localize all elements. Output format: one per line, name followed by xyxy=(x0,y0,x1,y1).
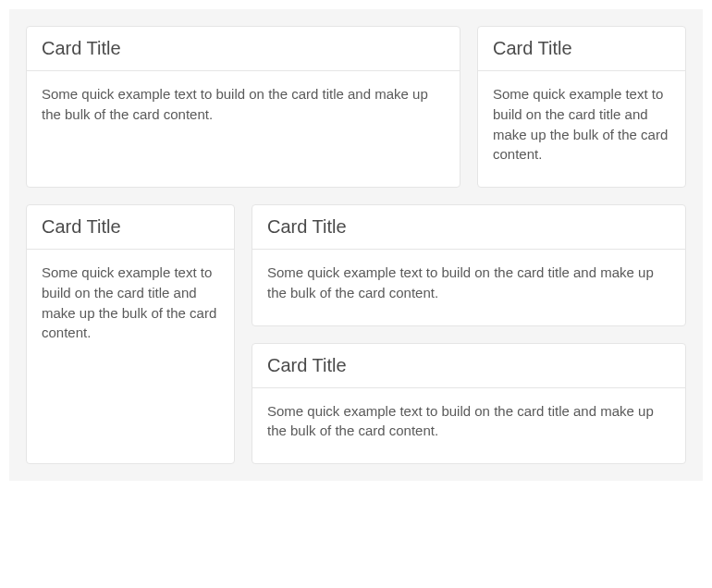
card: Card Title Some quick example text to bu… xyxy=(26,204,235,464)
card-column-right: Card Title Some quick example text to bu… xyxy=(252,204,686,464)
card: Card Title Some quick example text to bu… xyxy=(252,343,686,465)
card-body: Some quick example text to build on the … xyxy=(478,71,685,187)
card: Card Title Some quick example text to bu… xyxy=(26,26,460,188)
card-text: Some quick example text to build on the … xyxy=(42,263,219,343)
card-body: Some quick example text to build on the … xyxy=(27,250,234,463)
card-header: Card Title xyxy=(27,27,460,71)
card-header: Card Title xyxy=(27,205,234,250)
card-column-left: Card Title Some quick example text to bu… xyxy=(26,204,235,464)
card-layout-container: Card Title Some quick example text to bu… xyxy=(9,9,703,481)
card-title: Card Title xyxy=(267,216,670,238)
card: Card Title Some quick example text to bu… xyxy=(252,204,686,326)
card-header: Card Title xyxy=(252,205,685,250)
card: Card Title Some quick example text to bu… xyxy=(477,26,686,188)
card-row-2: Card Title Some quick example text to bu… xyxy=(26,204,686,464)
card-title: Card Title xyxy=(267,355,670,376)
card-body: Some quick example text to build on the … xyxy=(252,250,685,325)
card-text: Some quick example text to build on the … xyxy=(42,84,445,125)
card-text: Some quick example text to build on the … xyxy=(493,84,670,165)
card-row-1: Card Title Some quick example text to bu… xyxy=(26,26,686,188)
card-title: Card Title xyxy=(493,38,670,59)
card-title: Card Title xyxy=(42,216,219,238)
card-text: Some quick example text to build on the … xyxy=(267,401,670,442)
card-header: Card Title xyxy=(478,27,685,71)
card-text: Some quick example text to build on the … xyxy=(267,263,670,303)
card-header: Card Title xyxy=(252,344,685,388)
card-title: Card Title xyxy=(42,38,445,59)
card-body: Some quick example text to build on the … xyxy=(252,388,685,464)
card-body: Some quick example text to build on the … xyxy=(27,71,460,187)
